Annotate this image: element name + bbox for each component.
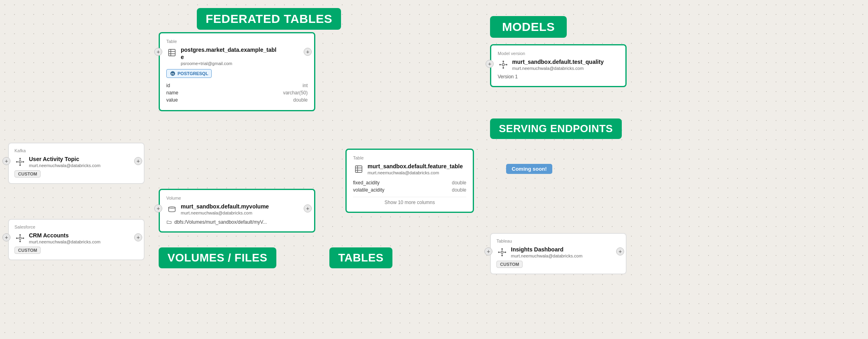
tableau-add-left[interactable]: + — [484, 247, 492, 255]
federated-table-schema: idint namevarchar(50) valuedouble — [166, 82, 308, 104]
salesforce-label: Salesforce — [14, 225, 138, 229]
tableau-card: Tableau + Insights Dashboard murt.neemuc… — [490, 233, 627, 274]
feature-table-card: Table murt_sandbox.default.feature_table… — [345, 149, 474, 213]
volume-path: dbfs:/Volumes/murt_sandbox/default/myV..… — [174, 219, 267, 225]
svg-point-2 — [19, 164, 21, 166]
svg-point-21 — [502, 61, 504, 62]
coming-soon-button[interactable]: Coming soon! — [506, 164, 552, 174]
show-more[interactable]: Show 10 more columns — [353, 197, 466, 205]
svg-point-9 — [22, 237, 24, 239]
svg-point-26 — [501, 248, 503, 250]
svg-rect-10 — [169, 49, 176, 56]
svg-point-29 — [504, 251, 506, 253]
kafka-icon — [14, 156, 26, 167]
volume-section-label: Volume — [166, 196, 308, 200]
model-subtitle: murt.neemuchwala@databricks.com — [512, 66, 619, 71]
salesforce-add-right[interactable]: + — [134, 233, 142, 241]
feature-table-schema: fixed_aciditydouble volatile_aciditydoub… — [353, 179, 466, 194]
tableau-icon — [496, 247, 508, 258]
path-icon — [166, 219, 172, 225]
salesforce-subtitle: murt.neemuchwala@databricks.com — [29, 239, 100, 244]
svg-point-1 — [19, 158, 21, 159]
svg-point-8 — [16, 237, 18, 239]
kafka-label: Kafka — [14, 148, 138, 153]
svg-rect-16 — [355, 166, 362, 173]
salesforce-card: Salesforce + CRM Accounts murt.neemuchwa… — [8, 219, 145, 260]
models-label: MODELS — [490, 16, 567, 38]
svg-point-7 — [19, 241, 21, 242]
model-version-section-label: Model version — [498, 51, 619, 56]
volume-icon — [166, 204, 178, 215]
svg-point-24 — [506, 64, 507, 65]
svg-point-27 — [501, 255, 503, 256]
tableau-label: Tableau — [496, 239, 620, 243]
federated-table-section-label: Table — [166, 39, 308, 44]
tableau-badge: CUSTOM — [496, 261, 523, 268]
serving-endpoints-label: SERVING ENDPOINTS — [490, 118, 622, 139]
salesforce-icon — [14, 233, 26, 244]
federated-table-card: Table + postgres.market_data.example_tab… — [159, 32, 315, 111]
feature-table-subtitle: murt.neemuchwala@databricks.com — [368, 170, 466, 175]
volume-add-right[interactable]: + — [304, 204, 312, 212]
svg-point-4 — [22, 161, 24, 163]
kafka-badge: CUSTOM — [14, 170, 41, 178]
federated-tables-label: FEDERATED TABLES — [197, 8, 341, 30]
kafka-subtitle: murt.neemuchwala@databricks.com — [29, 163, 100, 168]
volume-add-left[interactable]: + — [154, 204, 162, 212]
model-version-text: Version 1 — [498, 74, 619, 80]
feature-table-title: murt_sandbox.default.feature_table — [368, 163, 466, 170]
federated-table-add-left[interactable]: + — [154, 48, 162, 56]
federated-table-title: postgres.market_data.example_table — [181, 46, 308, 61]
federated-table-icon — [166, 47, 178, 58]
feature-table-icon — [353, 163, 364, 175]
tableau-subtitle: murt.neemuchwala@databricks.com — [511, 253, 582, 258]
svg-point-28 — [498, 251, 500, 253]
model-add-left[interactable]: + — [486, 60, 494, 68]
svg-point-22 — [502, 67, 504, 69]
tableau-title: Insights Dashboard — [511, 246, 582, 253]
model-title: murt_sandbox.default.test_quality — [512, 58, 619, 65]
volumes-files-label: VOLUMES / FILES — [159, 247, 276, 268]
volume-title: murt_sandbox.default.myvolume — [181, 203, 308, 210]
feature-table-section-label: Table — [353, 155, 466, 160]
model-icon — [498, 59, 509, 70]
postgresql-badge: pg POSTGRESQL — [166, 69, 212, 78]
kafka-add-right[interactable]: + — [134, 157, 142, 165]
svg-point-5 — [19, 237, 21, 239]
salesforce-add-left[interactable]: + — [2, 233, 10, 241]
svg-point-23 — [499, 64, 501, 65]
svg-point-6 — [19, 234, 21, 236]
volume-card: Volume + murt_sandbox.default.myvolume m… — [159, 189, 315, 233]
svg-point-25 — [501, 251, 503, 253]
tables-label: TABLES — [329, 247, 392, 268]
svg-point-20 — [502, 63, 504, 66]
salesforce-title: CRM Accounts — [29, 232, 100, 239]
federated-table-subtitle: psroome+trial@gmail.com — [181, 61, 308, 66]
svg-point-3 — [16, 161, 18, 163]
kafka-card: Kafka + User Activity Topic murt.neemuch… — [8, 143, 145, 184]
volume-subtitle: murt.neemuchwala@databricks.com — [181, 210, 308, 215]
svg-point-0 — [19, 161, 21, 163]
kafka-add-left[interactable]: + — [2, 157, 10, 165]
tableau-add-right[interactable]: + — [616, 247, 624, 255]
federated-table-add-right[interactable]: + — [304, 48, 312, 56]
svg-text:pg: pg — [171, 73, 174, 75]
kafka-title: User Activity Topic — [29, 155, 100, 163]
salesforce-badge: CUSTOM — [14, 247, 41, 254]
model-version-card: Model version + murt_sandbox.default.tes… — [490, 44, 627, 87]
